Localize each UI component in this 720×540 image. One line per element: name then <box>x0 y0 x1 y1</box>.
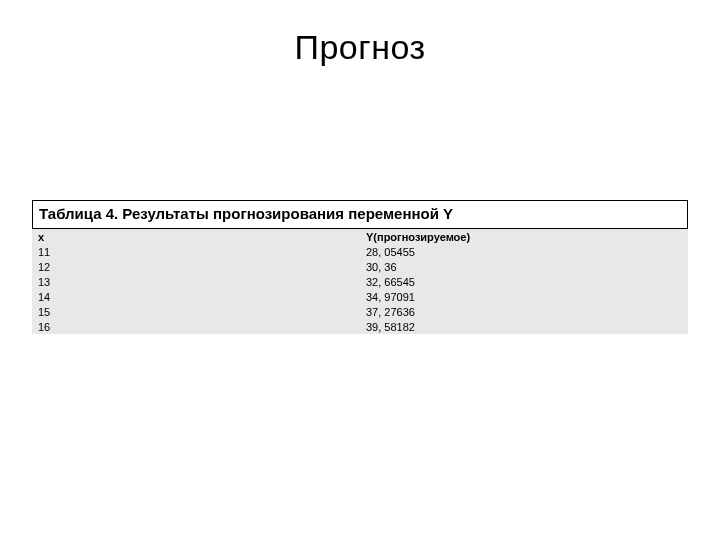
table-row: 13 32, 66545 <box>32 275 688 290</box>
cell-x: 12 <box>32 260 360 275</box>
cell-x: 13 <box>32 275 360 290</box>
table-row: 15 37, 27636 <box>32 305 688 320</box>
table-caption: Таблица 4. Результаты прогнозирования пе… <box>32 200 688 229</box>
page-title: Прогноз <box>0 28 720 67</box>
cell-y: 30, 36 <box>360 260 688 275</box>
table-header-y: Y(прогнозируемое) <box>360 229 688 245</box>
table-header-x: x <box>32 229 360 245</box>
table-header-row: x Y(прогнозируемое) <box>32 229 688 245</box>
cell-y: 39, 58182 <box>360 320 688 335</box>
cell-y: 37, 27636 <box>360 305 688 320</box>
cell-x: 14 <box>32 290 360 305</box>
table-row: 11 28, 05455 <box>32 245 688 260</box>
cell-x: 15 <box>32 305 360 320</box>
cell-y: 28, 05455 <box>360 245 688 260</box>
cell-y: 32, 66545 <box>360 275 688 290</box>
cell-x: 11 <box>32 245 360 260</box>
forecast-table: Таблица 4. Результаты прогнозирования пе… <box>32 200 688 334</box>
slide: Прогноз Таблица 4. Результаты прогнозиро… <box>0 0 720 540</box>
cell-x: 16 <box>32 320 360 335</box>
table-row: 12 30, 36 <box>32 260 688 275</box>
table-row: 14 34, 97091 <box>32 290 688 305</box>
cell-y: 34, 97091 <box>360 290 688 305</box>
table-row: 16 39, 58182 <box>32 320 688 335</box>
